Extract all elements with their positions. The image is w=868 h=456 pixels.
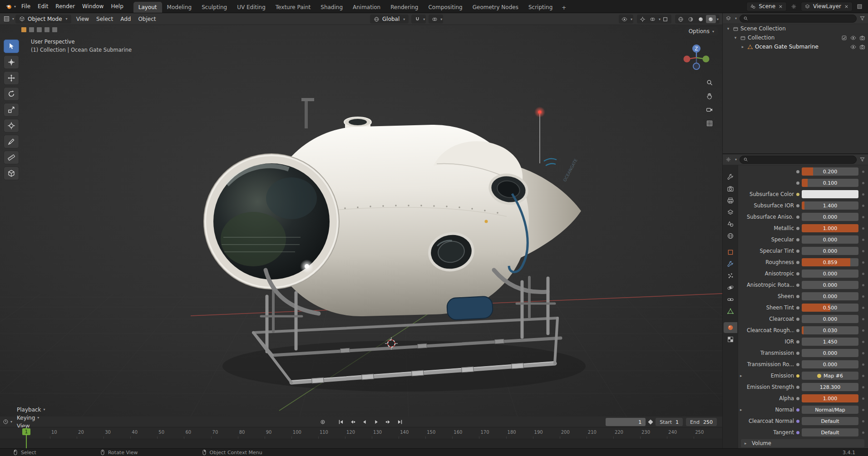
workspace-tab-rendering[interactable]: Rendering [385, 2, 423, 13]
object-visibility-toggle[interactable] [620, 15, 630, 23]
decorator-dot[interactable] [862, 239, 864, 241]
new-scene-icon[interactable] [791, 4, 797, 10]
decorator-dot[interactable] [862, 329, 864, 332]
decorator-dot[interactable] [862, 171, 864, 173]
decorator-dot[interactable] [862, 250, 864, 252]
socket-dot[interactable] [796, 374, 799, 378]
menu-file[interactable]: File [18, 2, 34, 11]
decorator-dot[interactable] [862, 216, 864, 218]
decorator-dot[interactable] [862, 182, 864, 184]
properties-tab-scene[interactable] [724, 219, 737, 230]
properties-tab-output[interactable] [724, 195, 737, 206]
socket-dot[interactable] [796, 408, 799, 412]
prop-slider[interactable]: 0.000 [802, 281, 858, 289]
navigation-gizmo[interactable]: Z [682, 43, 711, 72]
unlink-scene-icon[interactable] [778, 4, 783, 9]
workspace-tab-sculpting[interactable]: Sculpting [197, 2, 232, 13]
decorator-dot[interactable] [862, 205, 864, 207]
timeline-ruler[interactable]: 1020304050607080901001101201301401501601… [0, 427, 722, 439]
workspace-tab-animation[interactable]: Animation [348, 2, 385, 13]
decorator-dot[interactable] [862, 261, 864, 264]
menu-help[interactable]: Help [107, 2, 127, 11]
viewport-menu-select[interactable]: Select [93, 15, 117, 23]
workspace-tab-layout[interactable]: Layout [133, 2, 162, 13]
properties-tab-particles[interactable] [724, 270, 737, 281]
decorator-dot[interactable] [862, 307, 864, 309]
prop-slider[interactable]: 0.200 [802, 167, 858, 176]
socket-dot[interactable] [796, 204, 799, 207]
socket-dot[interactable] [796, 431, 799, 434]
viewport-menu-view[interactable]: View [73, 15, 93, 23]
filter-icon[interactable] [859, 15, 865, 21]
disclosure-icon[interactable]: ▸ [740, 373, 745, 378]
decorator-dot[interactable] [862, 420, 864, 422]
shading-material-button[interactable] [696, 15, 706, 23]
socket-dot[interactable] [796, 318, 799, 321]
tool-settings-icon[interactable] [36, 27, 42, 33]
prop-slider[interactable]: 1.000 [802, 224, 858, 232]
next-keyframe-button[interactable] [383, 417, 393, 427]
workspace-tab-compositing[interactable]: Compositing [423, 2, 467, 13]
workspace-tab-geometry-nodes[interactable]: Geometry Nodes [468, 2, 523, 13]
prop-slider[interactable]: 0.030 [802, 326, 858, 334]
decorator-dot[interactable] [862, 397, 864, 400]
socket-dot[interactable] [796, 397, 799, 400]
tool-rotate[interactable] [4, 87, 19, 101]
shading-wireframe-button[interactable] [676, 15, 686, 23]
prop-slider[interactable]: 0.000 [802, 315, 858, 323]
camera-icon[interactable] [859, 35, 865, 41]
decorator-dot[interactable] [862, 386, 864, 388]
outliner-row-scene-collection[interactable]: ▾Scene Collection [723, 24, 868, 33]
unlink-view-layer-icon[interactable] [844, 4, 849, 9]
workspace-tab-texture-paint[interactable]: Texture Paint [271, 2, 316, 13]
timeline-menu-keying[interactable]: Keying ▾ [13, 414, 49, 422]
decorator-dot[interactable] [862, 193, 864, 196]
socket-dot[interactable] [796, 352, 799, 355]
prop-link-field[interactable]: Map #6 [802, 372, 858, 380]
viewport-3d[interactable]: OCEANGATE [0, 25, 722, 417]
prop-slider[interactable]: 0.500 [802, 304, 858, 312]
filter-icon[interactable] [859, 157, 865, 162]
decorator-dot[interactable] [862, 352, 864, 354]
eye-icon[interactable] [850, 35, 856, 41]
auto-key-button[interactable] [318, 417, 328, 427]
expander-icon[interactable]: ▾ [725, 26, 731, 31]
decorator-dot[interactable] [862, 227, 864, 230]
xray-toggle[interactable] [661, 15, 671, 23]
outliner-search-input[interactable] [750, 15, 853, 21]
prop-link-field[interactable]: Normal/Map [802, 406, 858, 414]
properties-tab-render[interactable] [724, 183, 737, 194]
properties-tab-constraints[interactable] [724, 294, 737, 305]
prop-slider[interactable]: 0.000 [802, 349, 858, 357]
chevron-down-icon[interactable]: ▾ [631, 17, 632, 21]
prop-link-field[interactable]: Default [802, 428, 858, 436]
eye-icon[interactable] [850, 44, 856, 50]
zoom-button[interactable] [704, 77, 715, 88]
prop-slider[interactable]: 0.000 [802, 360, 858, 368]
show-gizmo-toggle[interactable] [638, 15, 648, 23]
prop-slider[interactable]: 0.000 [802, 235, 858, 244]
playhead-frame-chip[interactable]: 1 [22, 428, 30, 435]
tool-annotate[interactable] [4, 135, 19, 148]
properties-tab-modifiers[interactable] [724, 259, 737, 270]
prop-link-field[interactable]: Default [802, 417, 858, 425]
tool-add-cube[interactable] [4, 167, 19, 180]
current-frame-field[interactable]: 1 [606, 418, 646, 426]
outliner-search[interactable] [740, 15, 857, 23]
tool-settings-icon[interactable] [52, 27, 58, 33]
ortho-toggle-button[interactable] [704, 118, 715, 129]
socket-dot[interactable] [796, 227, 799, 230]
jump-to-end-button[interactable] [395, 417, 405, 427]
timeline-menu-playback[interactable]: Playback ▾ [13, 406, 49, 414]
show-overlays-toggle[interactable] [648, 15, 658, 23]
prop-slider[interactable]: 0.000 [802, 247, 858, 255]
prop-slider[interactable]: 1.400 [802, 201, 858, 210]
tool-select-box[interactable] [4, 39, 19, 53]
socket-dot[interactable] [796, 216, 799, 219]
socket-dot[interactable] [796, 261, 799, 264]
snap-magnet-toggle[interactable] [412, 15, 422, 23]
menu-render[interactable]: Render [52, 2, 79, 11]
scene-selector[interactable]: Scene [746, 2, 787, 11]
tool-settings-icon[interactable] [44, 27, 50, 33]
socket-dot[interactable] [796, 181, 799, 185]
